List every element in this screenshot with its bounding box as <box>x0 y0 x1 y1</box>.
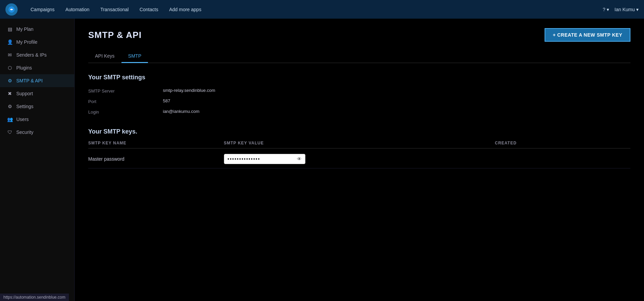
sidebar-item-plugins[interactable]: ⬡ Plugins <box>0 61 74 74</box>
smtp-login-label: Login <box>88 109 156 115</box>
smtp-settings-title: Your SMTP settings <box>88 74 630 81</box>
nav-right: ? ▾ Ian Kumu ▾ <box>603 7 639 12</box>
nav-add-apps[interactable]: Add more apps <box>164 5 206 14</box>
senders-icon: ✉ <box>7 52 13 58</box>
sidebar-item-label: Support <box>16 91 33 96</box>
table-header: SMTP KEY NAME SMTP KEY VALUE CREATED <box>88 141 630 148</box>
toggle-visibility-icon[interactable]: 👁 <box>297 156 302 162</box>
sidebar-item-smtp-api[interactable]: ⚙ SMTP & API <box>0 74 74 87</box>
sidebar-item-label: Plugins <box>16 65 32 71</box>
smtp-port-label: Port <box>88 98 156 104</box>
page-header: SMTP & API + CREATE A NEW SMTP KEY <box>88 28 630 42</box>
users-icon: 👥 <box>7 116 13 122</box>
sidebar-item-support[interactable]: ✖ Support <box>0 87 74 100</box>
sidebar-item-label: Security <box>16 129 34 135</box>
smtp-settings-grid: SMTP Server smtp-relay.sendinblue.com Po… <box>88 88 326 115</box>
profile-icon: 👤 <box>7 39 13 45</box>
smtp-server-value: smtp-relay.sendinblue.com <box>163 88 326 94</box>
sidebar-item-label: My Profile <box>16 39 37 45</box>
sidebar-item-label: SMTP & API <box>16 78 43 83</box>
sidebar-item-label: Settings <box>16 104 34 109</box>
key-name: Master password <box>88 156 224 162</box>
support-icon: ✖ <box>7 91 13 97</box>
password-dots: •••••••••••••• <box>228 156 294 162</box>
tab-api-keys[interactable]: API Keys <box>88 50 121 63</box>
smtp-keys-title: Your SMTP keys. <box>88 128 630 135</box>
sidebar-item-label: Users <box>16 117 29 122</box>
create-smtp-key-button[interactable]: + CREATE A NEW SMTP KEY <box>545 28 630 42</box>
nav-campaigns[interactable]: Campaigns <box>26 5 59 14</box>
user-menu-button[interactable]: Ian Kumu ▾ <box>614 7 639 12</box>
col-header-created: CREATED <box>495 141 631 145</box>
smtp-icon: ⚙ <box>7 78 13 84</box>
sidebar-item-users[interactable]: 👥 Users <box>0 113 74 126</box>
status-url: https://automation.sendinblue.com <box>3 295 65 300</box>
security-icon: 🛡 <box>7 129 13 135</box>
page-title: SMTP & API <box>88 30 141 40</box>
key-value-cell: •••••••••••••• 👁 <box>224 154 495 164</box>
smtp-keys-section: Your SMTP keys. SMTP KEY NAME SMTP KEY V… <box>88 128 630 168</box>
col-header-name: SMTP KEY NAME <box>88 141 224 145</box>
smtp-login-value: ian@iankumu.com <box>163 109 326 115</box>
smtp-settings-section: Your SMTP settings SMTP Server smtp-rela… <box>88 74 630 115</box>
tab-smtp[interactable]: SMTP <box>121 50 148 63</box>
plan-icon: ▤ <box>7 26 13 32</box>
sidebar-item-settings[interactable]: ⚙ Settings <box>0 100 74 113</box>
sidebar-item-security[interactable]: 🛡 Security <box>0 126 74 139</box>
sidebar-item-label: Senders & IPs <box>16 52 47 58</box>
nav-transactional[interactable]: Transactional <box>96 5 134 14</box>
main-content: SMTP & API + CREATE A NEW SMTP KEY API K… <box>75 19 644 301</box>
nav-contacts[interactable]: Contacts <box>135 5 163 14</box>
sidebar-item-label: My Plan <box>16 26 34 32</box>
nav-links: Campaigns Automation Transactional Conta… <box>26 5 603 14</box>
tab-bar: API Keys SMTP <box>88 50 630 63</box>
plugin-icon: ⬡ <box>7 65 13 71</box>
sidebar-item-senders-ips[interactable]: ✉ Senders & IPs <box>0 48 74 61</box>
sidebar-item-my-plan[interactable]: ▤ My Plan <box>0 23 74 36</box>
app-logo[interactable] <box>5 3 18 16</box>
smtp-server-label: SMTP Server <box>88 88 156 94</box>
settings-icon: ⚙ <box>7 103 13 109</box>
top-nav: Campaigns Automation Transactional Conta… <box>0 0 644 19</box>
smtp-port-value: 587 <box>163 98 326 104</box>
table-row: Master password •••••••••••••• 👁 <box>88 150 630 168</box>
nav-automation[interactable]: Automation <box>61 5 94 14</box>
password-field: •••••••••••••• 👁 <box>224 154 305 164</box>
status-bar: https://automation.sendinblue.com <box>0 294 69 301</box>
sidebar: ▤ My Plan 👤 My Profile ✉ Senders & IPs ⬡… <box>0 19 75 301</box>
col-header-value: SMTP KEY VALUE <box>224 141 495 145</box>
sidebar-item-my-profile[interactable]: 👤 My Profile <box>0 36 74 48</box>
help-button[interactable]: ? ▾ <box>603 7 609 12</box>
